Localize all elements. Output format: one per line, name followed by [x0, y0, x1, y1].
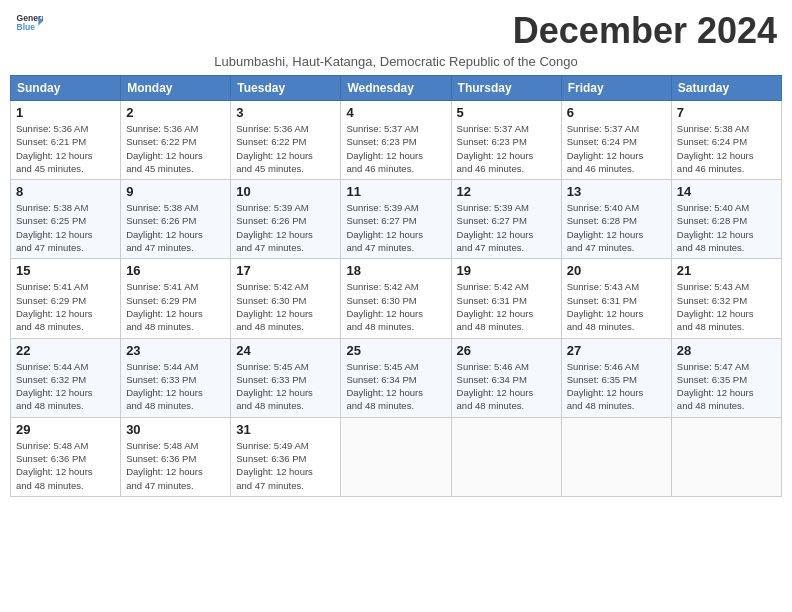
- day-number: 30: [126, 422, 225, 437]
- day-number: 12: [457, 184, 556, 199]
- day-info: Sunrise: 5:37 AM Sunset: 6:23 PM Dayligh…: [457, 122, 556, 175]
- day-number: 10: [236, 184, 335, 199]
- day-info: Sunrise: 5:42 AM Sunset: 6:30 PM Dayligh…: [236, 280, 335, 333]
- day-number: 17: [236, 263, 335, 278]
- day-info: Sunrise: 5:39 AM Sunset: 6:26 PM Dayligh…: [236, 201, 335, 254]
- day-info: Sunrise: 5:48 AM Sunset: 6:36 PM Dayligh…: [16, 439, 115, 492]
- day-number: 7: [677, 105, 776, 120]
- svg-text:Blue: Blue: [17, 22, 36, 32]
- day-info: Sunrise: 5:43 AM Sunset: 6:32 PM Dayligh…: [677, 280, 776, 333]
- weekday-header-thursday: Thursday: [451, 76, 561, 101]
- day-number: 9: [126, 184, 225, 199]
- calendar-cell: 20Sunrise: 5:43 AM Sunset: 6:31 PM Dayli…: [561, 259, 671, 338]
- day-number: 27: [567, 343, 666, 358]
- day-info: Sunrise: 5:46 AM Sunset: 6:35 PM Dayligh…: [567, 360, 666, 413]
- day-info: Sunrise: 5:41 AM Sunset: 6:29 PM Dayligh…: [126, 280, 225, 333]
- day-info: Sunrise: 5:39 AM Sunset: 6:27 PM Dayligh…: [457, 201, 556, 254]
- day-info: Sunrise: 5:43 AM Sunset: 6:31 PM Dayligh…: [567, 280, 666, 333]
- day-info: Sunrise: 5:37 AM Sunset: 6:24 PM Dayligh…: [567, 122, 666, 175]
- calendar-cell: 25Sunrise: 5:45 AM Sunset: 6:34 PM Dayli…: [341, 338, 451, 417]
- calendar-cell: 23Sunrise: 5:44 AM Sunset: 6:33 PM Dayli…: [121, 338, 231, 417]
- weekday-header-sunday: Sunday: [11, 76, 121, 101]
- calendar-week-4: 22Sunrise: 5:44 AM Sunset: 6:32 PM Dayli…: [11, 338, 782, 417]
- day-info: Sunrise: 5:37 AM Sunset: 6:23 PM Dayligh…: [346, 122, 445, 175]
- weekday-header-saturday: Saturday: [671, 76, 781, 101]
- day-number: 23: [126, 343, 225, 358]
- calendar-cell: [451, 417, 561, 496]
- day-number: 3: [236, 105, 335, 120]
- day-number: 22: [16, 343, 115, 358]
- calendar-cell: 10Sunrise: 5:39 AM Sunset: 6:26 PM Dayli…: [231, 180, 341, 259]
- calendar-cell: 27Sunrise: 5:46 AM Sunset: 6:35 PM Dayli…: [561, 338, 671, 417]
- calendar-cell: 21Sunrise: 5:43 AM Sunset: 6:32 PM Dayli…: [671, 259, 781, 338]
- day-number: 28: [677, 343, 776, 358]
- weekday-header-row: SundayMondayTuesdayWednesdayThursdayFrid…: [11, 76, 782, 101]
- day-info: Sunrise: 5:38 AM Sunset: 6:24 PM Dayligh…: [677, 122, 776, 175]
- calendar-cell: 28Sunrise: 5:47 AM Sunset: 6:35 PM Dayli…: [671, 338, 781, 417]
- day-number: 5: [457, 105, 556, 120]
- calendar-table: SundayMondayTuesdayWednesdayThursdayFrid…: [10, 75, 782, 497]
- calendar-cell: 1Sunrise: 5:36 AM Sunset: 6:21 PM Daylig…: [11, 101, 121, 180]
- day-number: 16: [126, 263, 225, 278]
- day-info: Sunrise: 5:38 AM Sunset: 6:25 PM Dayligh…: [16, 201, 115, 254]
- calendar-cell: 16Sunrise: 5:41 AM Sunset: 6:29 PM Dayli…: [121, 259, 231, 338]
- weekday-header-tuesday: Tuesday: [231, 76, 341, 101]
- calendar-cell: 8Sunrise: 5:38 AM Sunset: 6:25 PM Daylig…: [11, 180, 121, 259]
- day-info: Sunrise: 5:38 AM Sunset: 6:26 PM Dayligh…: [126, 201, 225, 254]
- day-number: 31: [236, 422, 335, 437]
- day-info: Sunrise: 5:36 AM Sunset: 6:22 PM Dayligh…: [236, 122, 335, 175]
- calendar-body: 1Sunrise: 5:36 AM Sunset: 6:21 PM Daylig…: [11, 101, 782, 497]
- calendar-cell: 15Sunrise: 5:41 AM Sunset: 6:29 PM Dayli…: [11, 259, 121, 338]
- day-number: 2: [126, 105, 225, 120]
- day-number: 15: [16, 263, 115, 278]
- day-info: Sunrise: 5:41 AM Sunset: 6:29 PM Dayligh…: [16, 280, 115, 333]
- day-number: 14: [677, 184, 776, 199]
- day-number: 20: [567, 263, 666, 278]
- day-number: 1: [16, 105, 115, 120]
- calendar-cell: [561, 417, 671, 496]
- day-info: Sunrise: 5:40 AM Sunset: 6:28 PM Dayligh…: [567, 201, 666, 254]
- day-info: Sunrise: 5:36 AM Sunset: 6:21 PM Dayligh…: [16, 122, 115, 175]
- day-number: 25: [346, 343, 445, 358]
- weekday-header-friday: Friday: [561, 76, 671, 101]
- calendar-cell: [671, 417, 781, 496]
- day-number: 18: [346, 263, 445, 278]
- day-number: 21: [677, 263, 776, 278]
- weekday-header-monday: Monday: [121, 76, 231, 101]
- day-info: Sunrise: 5:46 AM Sunset: 6:34 PM Dayligh…: [457, 360, 556, 413]
- calendar-cell: 11Sunrise: 5:39 AM Sunset: 6:27 PM Dayli…: [341, 180, 451, 259]
- day-number: 19: [457, 263, 556, 278]
- calendar-cell: [341, 417, 451, 496]
- calendar-cell: 12Sunrise: 5:39 AM Sunset: 6:27 PM Dayli…: [451, 180, 561, 259]
- day-number: 26: [457, 343, 556, 358]
- day-info: Sunrise: 5:36 AM Sunset: 6:22 PM Dayligh…: [126, 122, 225, 175]
- calendar-cell: 18Sunrise: 5:42 AM Sunset: 6:30 PM Dayli…: [341, 259, 451, 338]
- calendar-cell: 19Sunrise: 5:42 AM Sunset: 6:31 PM Dayli…: [451, 259, 561, 338]
- day-info: Sunrise: 5:48 AM Sunset: 6:36 PM Dayligh…: [126, 439, 225, 492]
- calendar-week-3: 15Sunrise: 5:41 AM Sunset: 6:29 PM Dayli…: [11, 259, 782, 338]
- calendar-cell: 22Sunrise: 5:44 AM Sunset: 6:32 PM Dayli…: [11, 338, 121, 417]
- day-info: Sunrise: 5:40 AM Sunset: 6:28 PM Dayligh…: [677, 201, 776, 254]
- calendar-cell: 3Sunrise: 5:36 AM Sunset: 6:22 PM Daylig…: [231, 101, 341, 180]
- calendar-cell: 31Sunrise: 5:49 AM Sunset: 6:36 PM Dayli…: [231, 417, 341, 496]
- calendar-cell: 2Sunrise: 5:36 AM Sunset: 6:22 PM Daylig…: [121, 101, 231, 180]
- day-info: Sunrise: 5:42 AM Sunset: 6:31 PM Dayligh…: [457, 280, 556, 333]
- calendar-cell: 26Sunrise: 5:46 AM Sunset: 6:34 PM Dayli…: [451, 338, 561, 417]
- month-title: December 2024: [513, 10, 777, 52]
- calendar-cell: 13Sunrise: 5:40 AM Sunset: 6:28 PM Dayli…: [561, 180, 671, 259]
- logo-icon: General Blue: [15, 10, 43, 38]
- calendar-cell: 30Sunrise: 5:48 AM Sunset: 6:36 PM Dayli…: [121, 417, 231, 496]
- calendar-cell: 14Sunrise: 5:40 AM Sunset: 6:28 PM Dayli…: [671, 180, 781, 259]
- calendar-cell: 29Sunrise: 5:48 AM Sunset: 6:36 PM Dayli…: [11, 417, 121, 496]
- day-info: Sunrise: 5:39 AM Sunset: 6:27 PM Dayligh…: [346, 201, 445, 254]
- day-number: 13: [567, 184, 666, 199]
- calendar-week-5: 29Sunrise: 5:48 AM Sunset: 6:36 PM Dayli…: [11, 417, 782, 496]
- day-info: Sunrise: 5:45 AM Sunset: 6:34 PM Dayligh…: [346, 360, 445, 413]
- page-header: General Blue December 2024: [10, 10, 782, 52]
- day-info: Sunrise: 5:49 AM Sunset: 6:36 PM Dayligh…: [236, 439, 335, 492]
- calendar-cell: 24Sunrise: 5:45 AM Sunset: 6:33 PM Dayli…: [231, 338, 341, 417]
- calendar-cell: 7Sunrise: 5:38 AM Sunset: 6:24 PM Daylig…: [671, 101, 781, 180]
- calendar-subtitle: Lubumbashi, Haut-Katanga, Democratic Rep…: [10, 54, 782, 69]
- logo: General Blue: [15, 10, 43, 38]
- day-number: 11: [346, 184, 445, 199]
